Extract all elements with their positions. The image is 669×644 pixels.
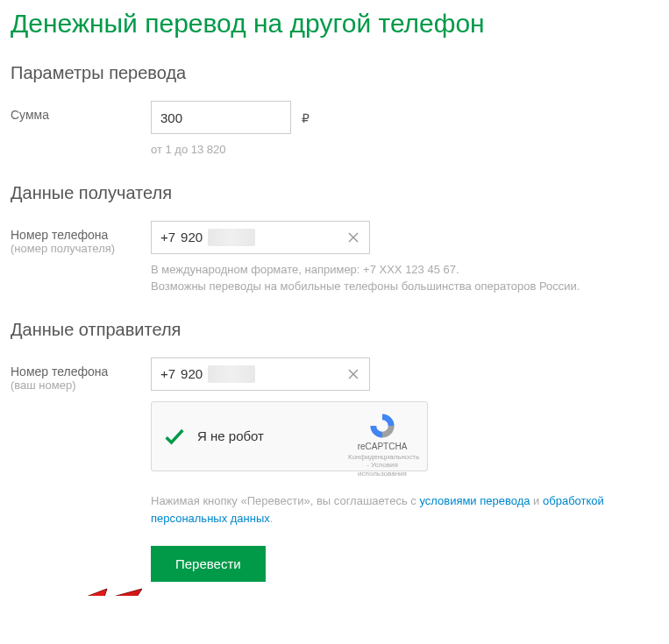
currency-symbol: ₽ bbox=[302, 111, 310, 125]
section-recipient-heading: Данные получателя bbox=[11, 183, 658, 203]
page-title: Денежный перевод на другой телефон bbox=[11, 9, 658, 39]
sender-phone-input[interactable]: +7 920 bbox=[151, 357, 370, 391]
svg-marker-4 bbox=[19, 589, 142, 596]
clear-icon[interactable] bbox=[346, 367, 360, 381]
phone-masked bbox=[208, 365, 255, 383]
sender-phone-sublabel: (ваш номер) bbox=[11, 379, 151, 392]
phone-prefix: +7 bbox=[160, 230, 175, 244]
phone-masked bbox=[208, 229, 255, 246]
recipient-phone-input[interactable]: +7 920 bbox=[151, 221, 370, 254]
recaptcha-widget[interactable]: Я не робот reCAPTCHA Конфиденциальность … bbox=[151, 401, 428, 471]
phone-prefix: +7 bbox=[160, 366, 175, 381]
phone-code: 920 bbox=[181, 366, 203, 381]
amount-label: Сумма bbox=[11, 108, 151, 122]
consent-text: Нажимая кнопку «Перевести», вы соглашает… bbox=[151, 492, 624, 529]
recipient-phone-label: Номер телефона bbox=[11, 228, 151, 242]
recipient-hint-1: В международном формате, например: +7 XX… bbox=[151, 261, 658, 279]
amount-input[interactable] bbox=[151, 101, 291, 134]
clear-icon[interactable] bbox=[346, 230, 360, 244]
phone-code: 920 bbox=[181, 230, 203, 244]
amount-hint: от 1 до 13 820 bbox=[151, 141, 658, 159]
captcha-brand: reCAPTCHA bbox=[348, 442, 416, 451]
sender-phone-label: Номер телефона bbox=[11, 364, 151, 379]
captcha-label: Я не робот bbox=[197, 428, 264, 443]
terms-link[interactable]: условиями перевода bbox=[419, 494, 530, 507]
captcha-terms: Конфиденциальность - Условия использован… bbox=[348, 453, 416, 478]
recipient-hint-2: Возможны переводы на мобильные телефоны … bbox=[151, 278, 658, 295]
section-params-heading: Параметры перевода bbox=[11, 63, 658, 83]
submit-button[interactable]: Перевести bbox=[151, 546, 266, 582]
recaptcha-logo: reCAPTCHA Конфиденциальность - Условия и… bbox=[348, 411, 416, 478]
checkmark-icon bbox=[162, 424, 187, 449]
section-sender-heading: Данные отправителя bbox=[11, 320, 658, 340]
recipient-phone-sublabel: (номер получателя) bbox=[11, 242, 151, 255]
